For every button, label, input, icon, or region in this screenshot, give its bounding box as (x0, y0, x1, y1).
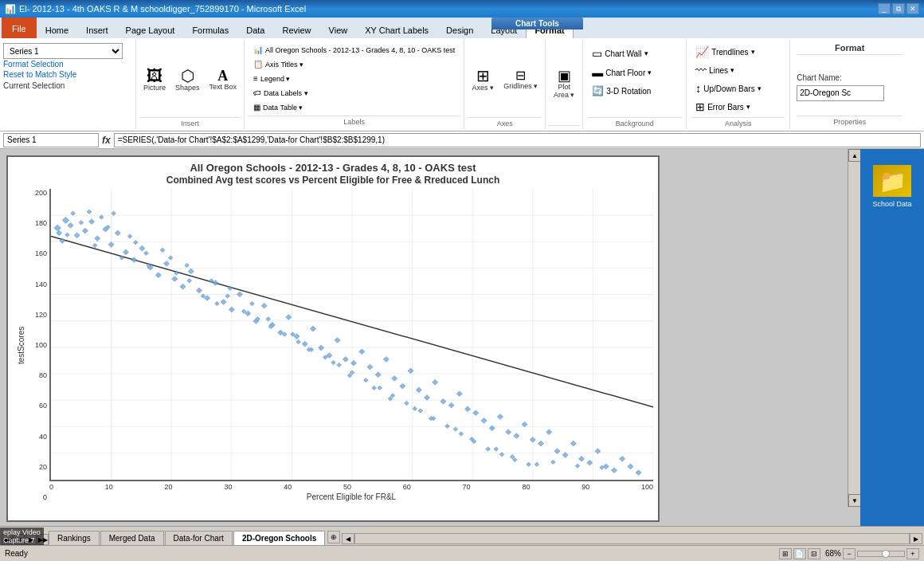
properties-section: Format Chart Name: Properties (789, 40, 909, 129)
plot-label (549, 125, 579, 128)
tab-formulas[interactable]: Formulas (183, 21, 237, 38)
svg-rect-45 (221, 299, 226, 304)
svg-rect-60 (343, 357, 348, 363)
plot-area-button[interactable]: ▣ PlotArea ▾ (549, 65, 579, 102)
formula-input[interactable] (114, 133, 921, 147)
tab-2d-oregon[interactable]: 2D-Oregon Schools (233, 531, 325, 545)
analysis-label: Analysis (691, 117, 785, 128)
error-bars-button[interactable]: ⊞ Error Bars ▾ (691, 98, 785, 116)
zoom-in-button[interactable]: + (906, 548, 919, 559)
chart-name-input[interactable] (797, 85, 884, 101)
page-break-view-button[interactable]: ⊟ (808, 548, 820, 559)
chart-wall-button[interactable]: ▭ Chart Wall ▾ (588, 45, 681, 62)
svg-rect-24 (68, 222, 73, 228)
tab-data[interactable]: Data (237, 21, 273, 38)
svg-rect-71 (433, 379, 438, 385)
legend-button[interactable]: ≡ Legend ▾ (249, 72, 459, 85)
svg-rect-73 (448, 402, 454, 408)
trendline-button[interactable]: 📈 Trendlines ▾ (691, 43, 785, 61)
svg-rect-57 (319, 345, 324, 351)
labels-section: 📊 All Oregon Schools - 2012-13 - Grades … (244, 40, 464, 129)
svg-rect-154 (494, 447, 499, 451)
desktop-icon-label: School Data (872, 200, 911, 208)
svg-rect-138 (168, 256, 173, 260)
text-box-button[interactable]: A Text Box (206, 65, 241, 94)
svg-rect-85 (546, 430, 552, 435)
svg-rect-136 (127, 234, 132, 238)
vertical-scrollbar[interactable]: ▲ ▼ (848, 149, 860, 507)
name-box[interactable] (3, 133, 99, 147)
up-down-bars-button[interactable]: ↕ Up/Down Bars ▾ (691, 80, 785, 97)
main-area: All Oregon Schools - 2012-13 - Grades 4,… (0, 149, 924, 526)
tab-merged-data[interactable]: Merged Data (100, 531, 164, 545)
data-table-button[interactable]: ▦ Data Table ▾ (249, 100, 459, 114)
scroll-left-button[interactable]: ◀ (342, 533, 354, 544)
tab-insert[interactable]: Insert (77, 21, 117, 38)
tab-design[interactable]: Design (437, 21, 482, 38)
svg-rect-133 (87, 210, 92, 214)
selection-dropdown[interactable]: Series 1 (3, 43, 123, 59)
svg-rect-23 (57, 230, 62, 236)
background-label: Background (588, 117, 681, 128)
svg-rect-98 (79, 221, 84, 225)
svg-rect-78 (489, 426, 495, 431)
svg-rect-108 (215, 301, 220, 305)
rotation-3d-button[interactable]: 🔄 3-D Rotation (588, 83, 681, 99)
y-axis-label: testScores (13, 189, 27, 501)
data-labels-button[interactable]: 🏷 Data Labels ▾ (249, 86, 459, 100)
svg-rect-62 (359, 349, 365, 355)
tab-view[interactable]: View (320, 21, 357, 38)
axes-label: Axes (468, 117, 542, 128)
svg-rect-150 (413, 406, 417, 410)
lines-button[interactable]: 〰 Lines ▾ (691, 61, 785, 79)
tab-review[interactable]: Review (273, 21, 319, 38)
svg-rect-28 (88, 219, 94, 225)
close-button[interactable]: ✕ (906, 3, 919, 14)
insert-worksheet-button[interactable]: ⊕ (327, 531, 340, 543)
format-selection-link[interactable]: Format Selection (3, 59, 132, 69)
ribbon: Series 1 Format Selection Reset to Match… (0, 38, 924, 131)
current-selection-section: Series 1 Format Selection Reset to Match… (0, 40, 135, 129)
axes-button[interactable]: ⊞ Axes ▾ (468, 65, 498, 95)
zoom-slider[interactable] (857, 551, 905, 557)
svg-rect-40 (180, 284, 186, 289)
page-layout-view-button[interactable]: 📄 (793, 548, 806, 559)
scroll-thumb (354, 533, 910, 544)
chart-floor-button[interactable]: ▬ Chart Floor ▾ (588, 64, 681, 81)
tab-data-for-chart[interactable]: Data-for Chart (165, 531, 233, 545)
chart-title-button[interactable]: 📊 All Oregon Schools - 2012-13 - Grades … (249, 43, 459, 57)
tab-page-layout[interactable]: Page Layout (117, 21, 184, 38)
chart-container[interactable]: All Oregon Schools - 2012-13 - Grades 4,… (6, 155, 660, 522)
tab-rankings[interactable]: Rankings (49, 531, 100, 545)
svg-rect-125 (445, 424, 450, 428)
ribbon-tab-bar: File Home Insert Page Layout Formulas Da… (0, 18, 924, 38)
properties-label: Properties (797, 116, 902, 126)
svg-rect-81 (514, 434, 519, 439)
svg-rect-72 (440, 398, 446, 404)
horizontal-scrollbar[interactable]: ◀ ▶ (342, 532, 922, 545)
desktop-icon[interactable]: 📁 School Data (872, 165, 911, 208)
tab-home[interactable]: Home (37, 21, 77, 38)
scroll-up-button[interactable]: ▲ (848, 149, 860, 162)
svg-rect-94 (620, 456, 625, 461)
svg-rect-123 (418, 409, 423, 413)
svg-rect-114 (296, 339, 301, 343)
normal-view-button[interactable]: ⊞ (779, 548, 792, 559)
minimize-button[interactable]: _ (878, 3, 891, 14)
scroll-right-button[interactable]: ▶ (910, 533, 922, 544)
zoom-out-button[interactable]: − (843, 548, 855, 559)
sheet-tab-bar: ◀◀ ◀ ▶ ▶▶ Rankings Merged Data Data-for … (0, 526, 924, 545)
axis-titles-button[interactable]: 📋 Axis Titles ▾ (249, 57, 459, 71)
tab-file[interactable]: File (2, 18, 37, 38)
gridlines-button[interactable]: ⊟ Gridlines ▾ (499, 66, 542, 93)
scroll-down-button[interactable]: ▼ (848, 494, 860, 507)
picture-button[interactable]: 🖼 Picture (139, 65, 170, 95)
shapes-button[interactable]: ⬡ Shapes (171, 65, 204, 95)
svg-rect-33 (123, 249, 128, 255)
svg-rect-70 (424, 395, 429, 401)
svg-rect-65 (383, 357, 389, 363)
restore-button[interactable]: ⧉ (892, 3, 905, 14)
svg-rect-146 (331, 360, 336, 364)
tab-xy-chart[interactable]: XY Chart Labels (356, 21, 437, 38)
reset-match-style-link[interactable]: Reset to Match Style (3, 69, 132, 80)
